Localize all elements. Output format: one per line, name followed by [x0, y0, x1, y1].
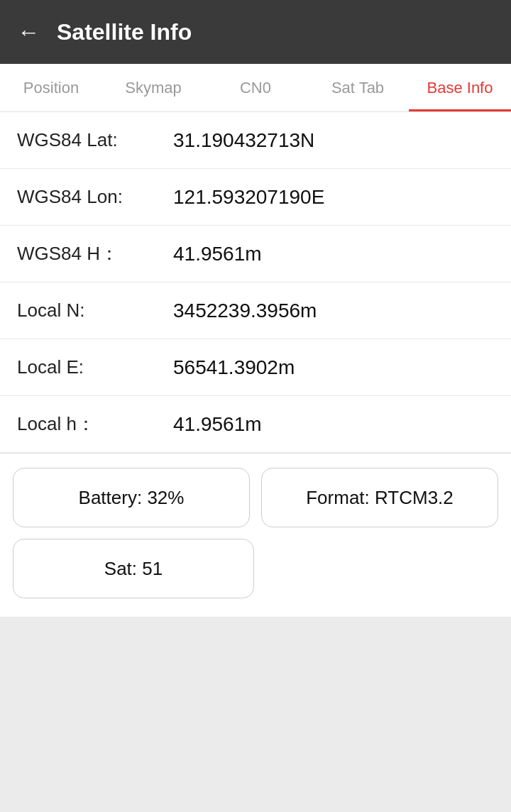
tab-bar: Position Skymap CN0 Sat Tab Base Info	[0, 64, 511, 112]
page-title: Satellite Info	[57, 19, 192, 45]
button-row-1: Battery: 32% Format: RTCM3.2	[13, 468, 498, 527]
sat-button[interactable]: Sat: 51	[13, 539, 254, 598]
wgs84-lon-value: 121.593207190E	[173, 186, 324, 209]
app-header: ← Satellite Info	[0, 0, 511, 64]
button-row-2: Sat: 51	[13, 539, 498, 598]
wgs84-h-label: WGS84 H：	[17, 241, 173, 266]
battery-button[interactable]: Battery: 32%	[13, 468, 250, 527]
wgs84-lat-value: 31.190432713N	[173, 129, 314, 152]
format-button[interactable]: Format: RTCM3.2	[261, 468, 498, 527]
local-h-value: 41.9561m	[173, 413, 262, 436]
local-n-label: Local N:	[17, 300, 173, 322]
local-e-value: 56541.3902m	[173, 356, 295, 379]
tab-sat-tab[interactable]: Sat Tab	[307, 64, 409, 111]
bottom-area	[0, 617, 511, 812]
wgs84-lon-label: WGS84 Lon:	[17, 186, 173, 208]
button-section: Battery: 32% Format: RTCM3.2 Sat: 51	[0, 453, 511, 617]
local-h-label: Local h：	[17, 412, 173, 437]
local-n-value: 3452239.3956m	[173, 300, 317, 322]
wgs84-h-row: WGS84 H： 41.9561m	[0, 226, 511, 282]
back-button[interactable]: ←	[17, 19, 40, 45]
tab-base-info[interactable]: Base Info	[409, 64, 511, 111]
local-e-row: Local E: 56541.3902m	[0, 339, 511, 396]
wgs84-h-value: 41.9561m	[173, 243, 262, 265]
local-e-label: Local E:	[17, 356, 173, 378]
wgs84-lon-row: WGS84 Lon: 121.593207190E	[0, 169, 511, 226]
info-content: WGS84 Lat: 31.190432713N WGS84 Lon: 121.…	[0, 112, 511, 453]
tab-skymap[interactable]: Skymap	[102, 64, 204, 111]
tab-position[interactable]: Position	[0, 64, 102, 111]
tab-cn0[interactable]: CN0	[204, 64, 307, 111]
local-h-row: Local h： 41.9561m	[0, 396, 511, 453]
local-n-row: Local N: 3452239.3956m	[0, 282, 511, 339]
wgs84-lat-label: WGS84 Lat:	[17, 129, 173, 151]
wgs84-lat-row: WGS84 Lat: 31.190432713N	[0, 112, 511, 169]
